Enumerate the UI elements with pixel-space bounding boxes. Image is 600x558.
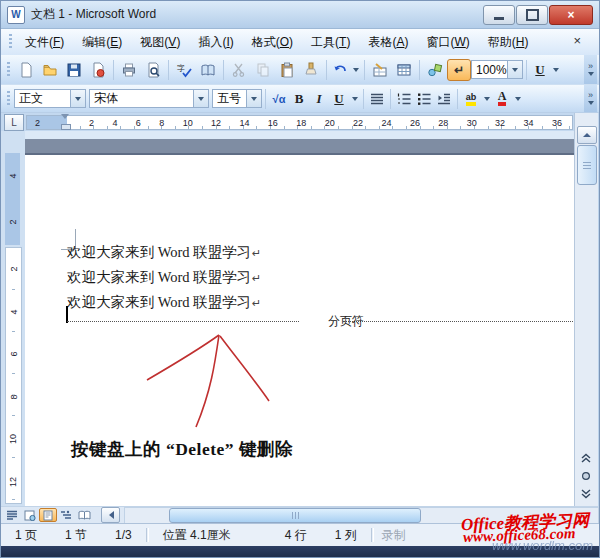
chevron-icon: »: [588, 61, 593, 71]
vertical-scrollbar[interactable]: [574, 113, 598, 506]
permission-button[interactable]: [86, 59, 110, 81]
tables-borders-button[interactable]: [368, 59, 392, 81]
toolbar-options-button[interactable]: »: [584, 85, 597, 112]
menu-item[interactable]: 编辑(E): [73, 30, 131, 55]
indent-icon: [437, 92, 451, 106]
research-button[interactable]: [196, 59, 220, 81]
menu-item[interactable]: 窗口(W): [417, 30, 478, 55]
size-dropdown-icon[interactable]: [246, 90, 261, 107]
ruler-number: 34: [524, 118, 534, 128]
scroll-left-button[interactable]: [101, 507, 120, 523]
menu-item[interactable]: 帮助(H): [479, 30, 538, 55]
insert-table-button[interactable]: [392, 59, 416, 81]
font-combo[interactable]: 宋体: [89, 89, 209, 108]
menu-item[interactable]: 工具(T): [302, 30, 359, 55]
document-line[interactable]: 欢迎大家来到 Word 联盟学习↵: [67, 243, 261, 262]
font-dropdown-icon[interactable]: [193, 90, 208, 107]
style-combo[interactable]: 正文: [14, 89, 86, 108]
maximize-button[interactable]: [516, 5, 548, 25]
close-button[interactable]: ×: [549, 5, 593, 25]
next-page-button[interactable]: [577, 486, 595, 502]
paragraph-mark: ↵: [252, 247, 261, 260]
double-chevron-down-icon: [581, 489, 591, 499]
menu-item[interactable]: 视图(V): [131, 30, 189, 55]
highlight-dropdown[interactable]: [481, 88, 492, 110]
cut-button[interactable]: [227, 59, 251, 81]
tab-selector[interactable]: L: [4, 114, 24, 131]
open-button[interactable]: [38, 59, 62, 81]
print-preview-button[interactable]: [141, 59, 165, 81]
menu-item[interactable]: 表格(A): [359, 30, 417, 55]
document-page[interactable]: 欢迎大家来到 Word 联盟学习↵欢迎大家来到 Word 联盟学习↵欢迎大家来到…: [25, 131, 577, 506]
document-line[interactable]: 欢迎大家来到 Word 联盟学习↵: [67, 268, 261, 287]
font-color-dropdown[interactable]: [512, 88, 523, 110]
horizontal-scrollbar[interactable]: [124, 507, 599, 524]
status-section: 1 节: [51, 527, 101, 544]
word-app-icon: W: [7, 6, 25, 24]
zoom-dropdown-icon[interactable]: [507, 61, 522, 78]
drawing-button[interactable]: [423, 59, 447, 81]
title-bar: W 文档 1 - Microsoft Word ×: [1, 1, 599, 29]
show-hide-marks-button[interactable]: ↵: [447, 59, 471, 81]
numbering-button[interactable]: [394, 88, 414, 110]
close-document-icon[interactable]: ×: [563, 33, 591, 48]
toolbar-grip[interactable]: [7, 62, 10, 78]
page-break-line[interactable]: 分页符: [67, 313, 575, 329]
underline-dropdown[interactable]: [349, 88, 360, 110]
scroll-up-button[interactable]: [577, 126, 597, 144]
toolbar-grip[interactable]: [7, 91, 10, 107]
style-dropdown-icon[interactable]: [70, 90, 85, 107]
bold-button[interactable]: B: [289, 88, 309, 110]
svg-text:字: 字: [177, 64, 185, 73]
reading-layout-view-button[interactable]: [75, 508, 93, 522]
scrollbar-thumb[interactable]: [577, 145, 597, 185]
underline-button-std[interactable]: U: [530, 59, 550, 81]
page-break-dots: [343, 321, 575, 322]
normal-view-button[interactable]: [3, 508, 21, 522]
print-button[interactable]: [117, 59, 141, 81]
print-layout-view-button[interactable]: [39, 508, 57, 522]
paste-button[interactable]: [275, 59, 299, 81]
highlight-icon: ab: [466, 92, 477, 106]
select-browse-object-button[interactable]: [577, 468, 595, 484]
outline-view-button[interactable]: [57, 508, 75, 522]
status-position: 位置 4.1厘米: [149, 527, 271, 544]
scrollbar-thumb[interactable]: [169, 508, 421, 523]
format-painter-button[interactable]: [299, 59, 323, 81]
spelling-button[interactable]: 字: [172, 59, 196, 81]
italic-button[interactable]: I: [309, 88, 329, 110]
font-color-button[interactable]: A: [492, 88, 512, 110]
indent-marker[interactable]: [61, 114, 70, 127]
undo-dropdown[interactable]: [350, 59, 361, 81]
previous-page-button[interactable]: [577, 450, 595, 466]
menu-item[interactable]: 文件(F): [16, 30, 73, 55]
menu-item[interactable]: 格式(O): [243, 30, 302, 55]
print-preview-icon: [145, 62, 161, 78]
document-line[interactable]: 欢迎大家来到 Word 联盟学习↵: [67, 293, 261, 312]
ruler-number: 4: [112, 118, 117, 128]
save-button[interactable]: [62, 59, 86, 81]
copy-button[interactable]: [251, 59, 275, 81]
undo-button[interactable]: [330, 59, 350, 81]
highlight-button[interactable]: ab: [461, 88, 481, 110]
minimize-icon: [494, 17, 504, 20]
zoom-combo[interactable]: 100%: [471, 60, 523, 79]
indent-button[interactable]: [434, 88, 454, 110]
underline-button[interactable]: U: [329, 88, 349, 110]
arrow-up-icon: [582, 131, 592, 139]
ruler-number: 16: [268, 118, 278, 128]
bullets-button[interactable]: [414, 88, 434, 110]
minimize-button[interactable]: [483, 5, 515, 25]
new-document-button[interactable]: [14, 59, 38, 81]
underline-dropdown-std[interactable]: [550, 59, 561, 81]
copy-icon: [255, 62, 271, 78]
horizontal-ruler: L 2 24681012141618202224262830323436: [1, 113, 599, 131]
distribute-align-button[interactable]: [367, 88, 387, 110]
phonetic-guide-button[interactable]: √α: [269, 88, 289, 110]
page-top-gap: [25, 131, 577, 139]
menu-item[interactable]: 插入(I): [189, 30, 242, 55]
toolbar-options-button[interactable]: »: [584, 55, 597, 84]
web-layout-view-button[interactable]: [21, 508, 39, 522]
toolbar-grip[interactable]: [9, 34, 12, 50]
font-size-combo[interactable]: 五号: [212, 89, 262, 108]
